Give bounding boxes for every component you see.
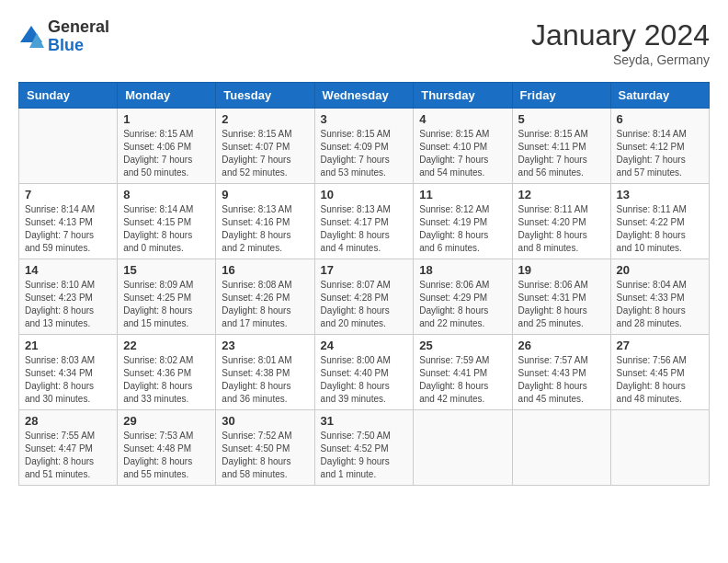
day-number: 15 <box>123 263 210 277</box>
logo-icon <box>18 24 44 50</box>
calendar-cell: 16Sunrise: 8:08 AM Sunset: 4:26 PM Dayli… <box>216 259 314 335</box>
calendar-week-2: 7Sunrise: 8:14 AM Sunset: 4:13 PM Daylig… <box>19 184 710 259</box>
calendar-week-3: 14Sunrise: 8:10 AM Sunset: 4:23 PM Dayli… <box>19 259 710 335</box>
day-info: Sunrise: 8:15 AM Sunset: 4:06 PM Dayligh… <box>123 128 210 179</box>
day-info: Sunrise: 8:00 AM Sunset: 4:40 PM Dayligh… <box>321 354 408 406</box>
calendar-cell: 5Sunrise: 8:15 AM Sunset: 4:11 PM Daylig… <box>512 109 610 184</box>
logo-text: General Blue <box>48 18 109 55</box>
calendar-cell: 18Sunrise: 8:06 AM Sunset: 4:29 PM Dayli… <box>414 259 512 335</box>
calendar-table: SundayMondayTuesdayWednesdayThursdayFrid… <box>18 82 710 486</box>
calendar-cell: 30Sunrise: 7:52 AM Sunset: 4:50 PM Dayli… <box>216 410 314 486</box>
calendar-week-5: 28Sunrise: 7:55 AM Sunset: 4:47 PM Dayli… <box>19 410 710 486</box>
day-number: 24 <box>321 339 408 352</box>
calendar-cell <box>414 410 512 486</box>
calendar-cell: 12Sunrise: 8:11 AM Sunset: 4:20 PM Dayli… <box>512 184 610 259</box>
day-info: Sunrise: 8:02 AM Sunset: 4:36 PM Dayligh… <box>123 354 210 406</box>
day-number: 13 <box>617 188 703 201</box>
calendar-body: 1Sunrise: 8:15 AM Sunset: 4:06 PM Daylig… <box>19 109 710 486</box>
calendar-cell: 25Sunrise: 7:59 AM Sunset: 4:41 PM Dayli… <box>414 335 512 410</box>
day-info: Sunrise: 7:56 AM Sunset: 4:45 PM Dayligh… <box>617 354 703 406</box>
day-number: 28 <box>25 414 111 428</box>
calendar-cell: 10Sunrise: 8:13 AM Sunset: 4:17 PM Dayli… <box>314 184 414 259</box>
day-info: Sunrise: 7:52 AM Sunset: 4:50 PM Dayligh… <box>222 430 308 481</box>
calendar-cell: 6Sunrise: 8:14 AM Sunset: 4:12 PM Daylig… <box>610 109 709 184</box>
day-number: 5 <box>518 112 605 126</box>
calendar-cell: 31Sunrise: 7:50 AM Sunset: 4:52 PM Dayli… <box>314 410 414 486</box>
header-row: SundayMondayTuesdayWednesdayThursdayFrid… <box>19 83 710 109</box>
day-number: 17 <box>321 263 408 277</box>
calendar-cell: 11Sunrise: 8:12 AM Sunset: 4:19 PM Dayli… <box>414 184 512 259</box>
day-info: Sunrise: 8:14 AM Sunset: 4:12 PM Dayligh… <box>617 128 703 179</box>
calendar-cell <box>512 410 610 486</box>
day-number: 25 <box>419 339 506 352</box>
weekday-header-sunday: Sunday <box>19 83 118 109</box>
day-number: 11 <box>419 188 506 201</box>
weekday-header-wednesday: Wednesday <box>314 83 414 109</box>
calendar-week-1: 1Sunrise: 8:15 AM Sunset: 4:06 PM Daylig… <box>19 109 710 184</box>
day-number: 9 <box>222 188 308 201</box>
weekday-header-tuesday: Tuesday <box>216 83 314 109</box>
day-number: 18 <box>419 263 506 277</box>
day-info: Sunrise: 8:09 AM Sunset: 4:25 PM Dayligh… <box>123 279 210 330</box>
calendar-cell: 7Sunrise: 8:14 AM Sunset: 4:13 PM Daylig… <box>19 184 118 259</box>
calendar-cell <box>19 109 118 184</box>
calendar-cell: 14Sunrise: 8:10 AM Sunset: 4:23 PM Dayli… <box>19 259 118 335</box>
calendar-cell: 15Sunrise: 8:09 AM Sunset: 4:25 PM Dayli… <box>118 259 216 335</box>
logo-general: General <box>48 18 109 37</box>
day-info: Sunrise: 7:50 AM Sunset: 4:52 PM Dayligh… <box>321 430 408 481</box>
day-number: 1 <box>123 112 210 126</box>
calendar-cell: 28Sunrise: 7:55 AM Sunset: 4:47 PM Dayli… <box>19 410 118 486</box>
day-info: Sunrise: 8:15 AM Sunset: 4:10 PM Dayligh… <box>419 128 506 179</box>
day-info: Sunrise: 8:13 AM Sunset: 4:17 PM Dayligh… <box>321 203 408 255</box>
calendar-cell: 8Sunrise: 8:14 AM Sunset: 4:15 PM Daylig… <box>118 184 216 259</box>
day-info: Sunrise: 7:53 AM Sunset: 4:48 PM Dayligh… <box>123 430 210 481</box>
day-info: Sunrise: 8:14 AM Sunset: 4:15 PM Dayligh… <box>123 203 210 255</box>
day-number: 22 <box>123 339 210 352</box>
day-info: Sunrise: 8:07 AM Sunset: 4:28 PM Dayligh… <box>321 279 408 330</box>
calendar-cell <box>610 410 709 486</box>
day-number: 23 <box>222 339 308 352</box>
logo: General Blue <box>18 18 109 55</box>
day-info: Sunrise: 8:06 AM Sunset: 4:31 PM Dayligh… <box>518 279 605 330</box>
calendar-cell: 3Sunrise: 8:15 AM Sunset: 4:09 PM Daylig… <box>314 109 414 184</box>
day-info: Sunrise: 8:03 AM Sunset: 4:34 PM Dayligh… <box>25 354 111 406</box>
day-info: Sunrise: 8:15 AM Sunset: 4:07 PM Dayligh… <box>222 128 308 179</box>
calendar-cell: 22Sunrise: 8:02 AM Sunset: 4:36 PM Dayli… <box>118 335 216 410</box>
weekday-header-saturday: Saturday <box>610 83 709 109</box>
weekday-header-friday: Friday <box>512 83 610 109</box>
day-info: Sunrise: 7:55 AM Sunset: 4:47 PM Dayligh… <box>25 430 111 481</box>
calendar-cell: 24Sunrise: 8:00 AM Sunset: 4:40 PM Dayli… <box>314 335 414 410</box>
day-info: Sunrise: 7:59 AM Sunset: 4:41 PM Dayligh… <box>419 354 506 406</box>
day-number: 7 <box>25 188 111 201</box>
location-subtitle: Seyda, Germany <box>531 52 710 67</box>
day-info: Sunrise: 8:04 AM Sunset: 4:33 PM Dayligh… <box>617 279 703 330</box>
day-number: 19 <box>518 263 605 277</box>
day-number: 20 <box>617 263 703 277</box>
day-number: 10 <box>321 188 408 201</box>
calendar-cell: 23Sunrise: 8:01 AM Sunset: 4:38 PM Dayli… <box>216 335 314 410</box>
weekday-header-thursday: Thursday <box>414 83 512 109</box>
calendar-cell: 17Sunrise: 8:07 AM Sunset: 4:28 PM Dayli… <box>314 259 414 335</box>
calendar-cell: 20Sunrise: 8:04 AM Sunset: 4:33 PM Dayli… <box>610 259 709 335</box>
calendar-cell: 2Sunrise: 8:15 AM Sunset: 4:07 PM Daylig… <box>216 109 314 184</box>
calendar-header: SundayMondayTuesdayWednesdayThursdayFrid… <box>19 83 710 109</box>
day-number: 31 <box>321 414 408 428</box>
title-section: January 2024 Seyda, Germany <box>531 18 710 67</box>
day-info: Sunrise: 8:15 AM Sunset: 4:09 PM Dayligh… <box>321 128 408 179</box>
calendar-cell: 29Sunrise: 7:53 AM Sunset: 4:48 PM Dayli… <box>118 410 216 486</box>
calendar-cell: 26Sunrise: 7:57 AM Sunset: 4:43 PM Dayli… <box>512 335 610 410</box>
calendar-cell: 19Sunrise: 8:06 AM Sunset: 4:31 PM Dayli… <box>512 259 610 335</box>
weekday-header-monday: Monday <box>118 83 216 109</box>
day-info: Sunrise: 8:15 AM Sunset: 4:11 PM Dayligh… <box>518 128 605 179</box>
calendar-cell: 1Sunrise: 8:15 AM Sunset: 4:06 PM Daylig… <box>118 109 216 184</box>
calendar-cell: 9Sunrise: 8:13 AM Sunset: 4:16 PM Daylig… <box>216 184 314 259</box>
calendar-cell: 27Sunrise: 7:56 AM Sunset: 4:45 PM Dayli… <box>610 335 709 410</box>
day-number: 3 <box>321 112 408 126</box>
day-number: 21 <box>25 339 111 352</box>
day-number: 16 <box>222 263 308 277</box>
day-info: Sunrise: 8:08 AM Sunset: 4:26 PM Dayligh… <box>222 279 308 330</box>
day-number: 14 <box>25 263 111 277</box>
day-info: Sunrise: 8:01 AM Sunset: 4:38 PM Dayligh… <box>222 354 308 406</box>
day-info: Sunrise: 7:57 AM Sunset: 4:43 PM Dayligh… <box>518 354 605 406</box>
day-number: 4 <box>419 112 506 126</box>
